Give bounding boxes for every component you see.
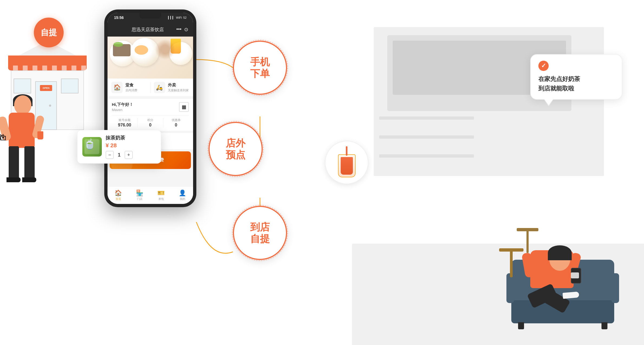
speech-bubble: ✓ 在家先点好奶茶 到店就能取啦 bbox=[530, 54, 622, 100]
profile-nav-label: 我的 bbox=[180, 197, 185, 201]
service-row: 🏠 堂食 店内消费 🛵 外卖 无接触送喜到家 bbox=[108, 79, 193, 97]
product-price: ¥ 28 bbox=[106, 142, 156, 149]
signal-icon: ▎▎▎ bbox=[168, 16, 175, 19]
quantity-value: 1 bbox=[116, 152, 122, 158]
home-nav-icon: 🏠 bbox=[115, 190, 122, 197]
user-stats: 账号余额 976.00 积分 0 优惠券 0 bbox=[112, 115, 189, 128]
voucher-nav-icon: 🎫 bbox=[157, 190, 165, 197]
wifi-icon: WiFi bbox=[176, 16, 182, 19]
phone-screen: 15:56 ▎▎▎ WiFi 52 思迅天店茶饮店 ••• ⊙ bbox=[108, 13, 193, 204]
person-left: 🛍 bbox=[3, 89, 43, 203]
self-pickup-badge: 自提 bbox=[34, 18, 64, 47]
circle-preorder: 店外 预点 bbox=[209, 122, 263, 176]
qr-button[interactable]: ▦ bbox=[179, 102, 189, 112]
app-header: 思迅天店茶饮店 ••• ⊙ bbox=[108, 22, 193, 37]
product-name: 抹茶奶茶 bbox=[106, 135, 156, 141]
phone-mockup: 15:56 ▎▎▎ WiFi 52 思迅天店茶饮店 ••• ⊙ bbox=[104, 9, 196, 207]
person-sitting bbox=[530, 250, 574, 288]
home-nav-label: 首页 bbox=[116, 197, 121, 201]
header-icons[interactable]: ••• ⊙ bbox=[176, 27, 188, 32]
user-name: Maven bbox=[112, 108, 133, 112]
delivery-text: 外卖 无接触送喜到家 bbox=[168, 83, 189, 92]
user-greeting: Hi,下午好！ bbox=[112, 102, 133, 107]
person-right-section bbox=[495, 147, 630, 323]
store-nav-icon: 🏪 bbox=[136, 190, 143, 197]
product-card: 🍵 抹茶奶茶 ¥ 28 − 1 + bbox=[77, 130, 161, 164]
phone-notch bbox=[139, 13, 161, 19]
settings-circle-icon[interactable]: ⊙ bbox=[184, 27, 188, 32]
product-image: 🍵 bbox=[82, 137, 102, 157]
bottom-nav: 🏠 首页 🏪 门店 🎫 券包 👤 我的 bbox=[108, 186, 193, 204]
increase-qty-button[interactable]: + bbox=[125, 151, 133, 159]
store-window-right bbox=[61, 79, 79, 93]
product-details: 抹茶奶茶 ¥ 28 − 1 + bbox=[106, 135, 156, 159]
circle-pickup: 到店 自提 bbox=[233, 206, 287, 260]
sofa-leg-left bbox=[518, 322, 524, 329]
sofa-arm-left bbox=[506, 273, 514, 303]
room-shelf-2 bbox=[379, 135, 474, 139]
quantity-control: − 1 + bbox=[106, 151, 156, 159]
dine-in-icon: 🏠 bbox=[111, 82, 123, 93]
menu-dots-icon[interactable]: ••• bbox=[176, 27, 181, 32]
dine-in-text: 堂食 店内消费 bbox=[125, 83, 137, 92]
time-display: 15:56 bbox=[114, 15, 124, 20]
bubble-text: 在家先点好奶茶 到店就能取啦 bbox=[538, 74, 614, 93]
nav-store[interactable]: 🏪 门店 bbox=[129, 187, 150, 204]
profile-nav-icon: 👤 bbox=[179, 190, 186, 197]
drink-bubble bbox=[325, 141, 368, 184]
delivery-service[interactable]: 🛵 外卖 无接触送喜到家 bbox=[154, 82, 190, 93]
sofa-arm-right bbox=[612, 273, 619, 303]
nav-home[interactable]: 🏠 首页 bbox=[108, 187, 129, 204]
end-table bbox=[499, 248, 523, 277]
nav-voucher[interactable]: 🎫 券包 bbox=[150, 187, 172, 204]
store-nav-label: 门店 bbox=[137, 197, 142, 201]
delivery-icon: 🛵 bbox=[154, 82, 165, 93]
food-banner bbox=[108, 37, 193, 79]
self-pickup-text: 自提 bbox=[41, 27, 57, 38]
status-icons: ▎▎▎ WiFi 52 bbox=[168, 16, 187, 19]
circle-mobile-order: 手机 下单 bbox=[233, 41, 287, 95]
battery-icon: 52 bbox=[183, 16, 187, 19]
decrease-qty-button[interactable]: − bbox=[106, 151, 114, 159]
dine-in-service[interactable]: 🏠 堂食 店内消费 bbox=[111, 82, 147, 93]
app-title: 思迅天店茶饮店 bbox=[132, 27, 164, 33]
room-shelf-1 bbox=[379, 116, 474, 120]
points-stat: 积分 0 bbox=[137, 118, 163, 128]
balance-stat: 账号余额 976.00 bbox=[112, 118, 137, 128]
room-shelf-3 bbox=[379, 154, 474, 158]
user-section: Hi,下午好！ Maven ▦ 账号余额 976.00 积分 0 优 bbox=[108, 99, 193, 131]
coupon-stat: 优惠券 0 bbox=[163, 118, 189, 128]
store-awning bbox=[8, 56, 87, 70]
phone-frame: 15:56 ▎▎▎ WiFi 52 思迅天店茶饮店 ••• ⊙ bbox=[104, 9, 196, 207]
voucher-nav-label: 券包 bbox=[158, 197, 164, 201]
nav-profile[interactable]: 👤 我的 bbox=[172, 187, 193, 204]
bubble-check-icon: ✓ bbox=[538, 61, 549, 71]
sofa-leg-right bbox=[601, 322, 607, 329]
